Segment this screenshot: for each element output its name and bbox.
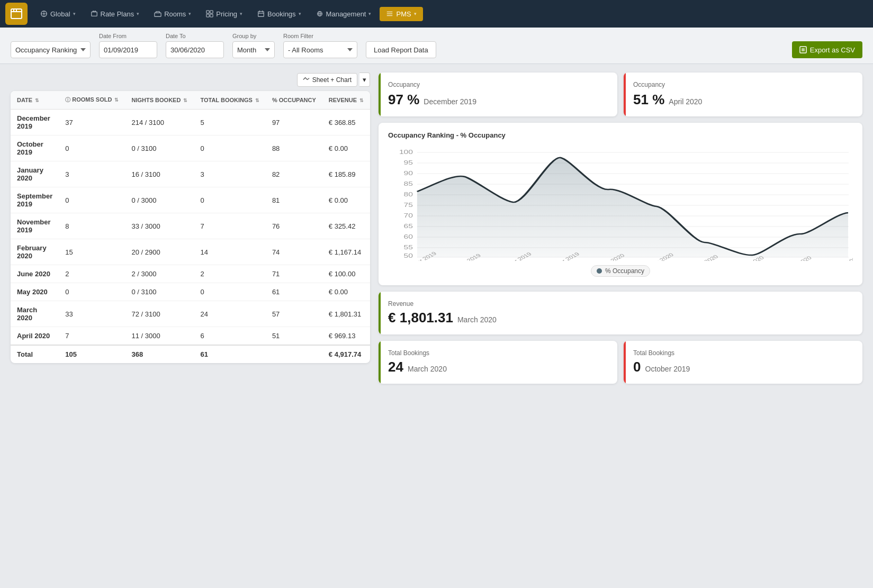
load-report-button[interactable]: Load Report Data (366, 41, 436, 58)
cell-pct-occupancy: 97 (266, 110, 322, 135)
booking-cards-row: Total Bookings 24 March 2020 Total Booki… (379, 341, 862, 384)
svg-text:55: 55 (404, 245, 413, 250)
cell-total-bookings: 24 (194, 301, 265, 327)
stat-cards-row: Occupancy 97 % December 2019 Occupancy 5… (379, 73, 862, 116)
cell-pct-occupancy: 76 (266, 213, 322, 239)
chart-title: Occupancy Ranking - % Occupancy (388, 131, 853, 139)
cell-revenue: € 0.00 (322, 187, 370, 213)
cell-rooms-sold: 15 (59, 239, 125, 265)
nav-item-management[interactable]: Management ▾ (310, 7, 378, 21)
cell-rooms-sold: 7 (59, 327, 125, 346)
cell-pct-occupancy: 71 (266, 265, 322, 283)
occupancy-2-label: Occupancy (633, 81, 853, 88)
nav-item-global[interactable]: Global ▾ (34, 7, 82, 21)
right-section: Occupancy 97 % December 2019 Occupancy 5… (379, 73, 862, 384)
booking-card-1: Total Bookings 24 March 2020 (379, 341, 617, 384)
svg-rect-12 (206, 11, 209, 13)
booking-2-label: Total Bookings (633, 349, 853, 357)
cell-revenue: € 1,167.14 (322, 239, 370, 265)
col-pct-occupancy[interactable]: % OCCUPANCY (266, 91, 322, 110)
cell-revenue: € 0.00 (322, 283, 370, 301)
svg-rect-14 (206, 14, 209, 17)
group-by-group: Group by Month (232, 33, 275, 58)
cell-revenue: € 368.85 (322, 110, 370, 135)
cell-date: April 2020 (11, 327, 59, 346)
svg-text:100: 100 (399, 149, 413, 155)
booking-card-2: Total Bookings 0 October 2019 (624, 341, 862, 384)
cell-nights-booked: 0 / 3000 (125, 187, 194, 213)
cell-total-bookings: 3 (194, 161, 265, 187)
view-toggle-bar: Sheet + Chart ▾ (11, 73, 370, 87)
cell-nights-booked: 72 / 3100 (125, 301, 194, 327)
cell-rooms-sold: 2 (59, 265, 125, 283)
occupancy-card-1: Occupancy 97 % December 2019 (379, 73, 617, 116)
col-date[interactable]: DATE ⇅ (11, 91, 59, 110)
legend-occupancy[interactable]: % Occupancy (591, 265, 650, 277)
booking-2-value: 0 October 2019 (633, 359, 853, 375)
nav-item-pms[interactable]: PMS ▾ (380, 7, 422, 21)
cell-total-bookings: 0 (194, 135, 265, 161)
revenue-value: € 1,801.31 March 2020 (388, 310, 853, 326)
cell-revenue: € 185.89 (322, 161, 370, 187)
app-logo[interactable] (5, 3, 28, 25)
report-type-select[interactable]: Occupancy Ranking (11, 41, 91, 58)
data-table: DATE ⇅ ⓘ ROOMS SOLD ⇅ NIGHTS BOOKED ⇅ TO… (11, 91, 370, 363)
date-from-group: Date From (99, 33, 157, 58)
cell-total-bookings: 0 (194, 283, 265, 301)
view-toggle-dropdown[interactable]: ▾ (359, 73, 370, 87)
cell-rooms-sold: 0 (59, 135, 125, 161)
cell-revenue: € 100.00 (322, 265, 370, 283)
group-by-select[interactable]: Month (232, 41, 275, 58)
nav-item-pricing[interactable]: Pricing ▾ (200, 7, 249, 21)
cell-date: June 2020 (11, 265, 59, 283)
cell-total-bookings: 2 (194, 265, 265, 283)
date-to-input[interactable] (166, 41, 224, 58)
cell-pct-occupancy: 61 (266, 283, 322, 301)
col-nights-booked[interactable]: NIGHTS BOOKED ⇅ (125, 91, 194, 110)
room-filter-select[interactable]: - All Rooms (283, 41, 357, 58)
svg-text:50: 50 (404, 253, 413, 259)
svg-rect-11 (155, 13, 161, 16)
col-revenue[interactable]: REVENUE ⇅ (322, 91, 370, 110)
col-rooms-sold[interactable]: ⓘ ROOMS SOLD ⇅ (59, 91, 125, 110)
cell-total-bookings: 5 (194, 110, 265, 135)
col-total-bookings[interactable]: TOTAL BOOKINGS ⇅ (194, 91, 265, 110)
cell-rooms-sold: 8 (59, 213, 125, 239)
svg-text:80: 80 (404, 192, 413, 197)
cell-pct-occupancy: 74 (266, 239, 322, 265)
nav-item-rate-plans[interactable]: Rate Plans ▾ (84, 7, 146, 21)
table-row: September 2019 0 0 / 3000 0 81 € 0.00 (11, 187, 370, 213)
revenue-card: Revenue € 1,801.31 March 2020 (379, 292, 862, 334)
cell-nights-booked: 11 / 3000 (125, 327, 194, 346)
navbar: Global ▾ Rate Plans ▾ Rooms ▾ Pricing ▾ … (0, 0, 873, 28)
cell-pct-occupancy: 81 (266, 187, 322, 213)
cell-total-rooms: 105 (59, 345, 125, 363)
date-from-input[interactable] (99, 41, 157, 58)
cell-revenue: € 969.13 (322, 327, 370, 346)
occupancy-1-label: Occupancy (388, 81, 608, 88)
cell-total-bookings: 6 (194, 327, 265, 346)
cell-date: February 2020 (11, 239, 59, 265)
cell-rooms-sold: 0 (59, 187, 125, 213)
room-filter-group: Room Filter - All Rooms (283, 33, 357, 58)
chart-card: Occupancy Ranking - % Occupancy 100 95 9… (379, 123, 862, 285)
cell-pct-occupancy: 51 (266, 327, 322, 346)
group-by-label: Group by (232, 33, 275, 39)
cell-date: January 2020 (11, 161, 59, 187)
cell-total-bookings: 14 (194, 239, 265, 265)
svg-rect-13 (210, 11, 213, 13)
chart-svg: 100 95 90 85 80 75 70 65 60 55 50 (388, 144, 853, 261)
table-row: January 2020 3 16 / 3100 3 82 € 185.89 (11, 161, 370, 187)
nav-items: Global ▾ Rate Plans ▾ Rooms ▾ Pricing ▾ … (34, 7, 868, 21)
table-row: October 2019 0 0 / 3100 0 88 € 0.00 (11, 135, 370, 161)
main-content: Sheet + Chart ▾ DATE ⇅ ⓘ ROOMS SOLD ⇅ NI… (0, 64, 873, 392)
table-section: Sheet + Chart ▾ DATE ⇅ ⓘ ROOMS SOLD ⇅ NI… (11, 73, 370, 384)
export-csv-button[interactable]: Export as CSV (792, 41, 862, 58)
view-toggle-button[interactable]: Sheet + Chart (297, 73, 357, 87)
cell-rooms-sold: 0 (59, 283, 125, 301)
nav-item-bookings[interactable]: Bookings ▾ (251, 7, 307, 21)
cell-total-label: Total (11, 345, 59, 363)
booking-1-value: 24 March 2020 (388, 359, 608, 375)
nav-item-rooms[interactable]: Rooms ▾ (148, 7, 197, 21)
cell-date: December 2019 (11, 110, 59, 135)
